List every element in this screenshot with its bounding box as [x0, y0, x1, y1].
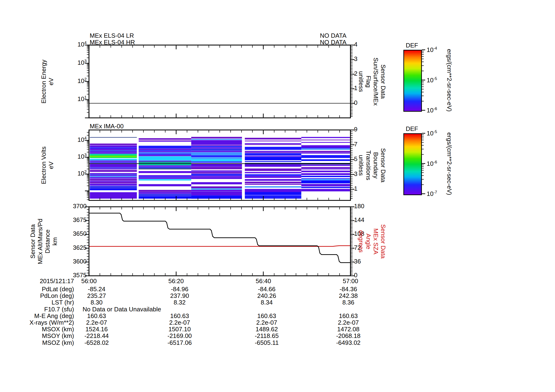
- spectrogram-stripe-col2: [139, 156, 191, 160]
- ima-left-axis-title-line: eV: [47, 147, 55, 184]
- spectrogram-stripe-col3: [191, 191, 242, 195]
- spectrogram-stripe-col1: [90, 189, 137, 190]
- colorbar-tick-label: 10-7: [427, 191, 453, 197]
- spectrogram-stripe-col1: [90, 151, 137, 152]
- spectrogram-stripe-col5: [301, 155, 350, 158]
- table-cell: 8.32: [158, 299, 201, 306]
- spectrogram-stripe-col4: [245, 172, 301, 173]
- spectrogram-stripe-col3: [191, 146, 242, 147]
- spectrogram-stripe-col1: [90, 186, 137, 189]
- eph-yright-tick-label: 144: [354, 217, 390, 223]
- table-cell: 242.38: [327, 293, 370, 299]
- spectrogram-stripe-col1: [90, 145, 137, 147]
- els-panel-plot: [83, 39, 357, 124]
- ephemeris-plot: [83, 201, 357, 282]
- colorbar-tick-label-base: 10: [427, 190, 433, 197]
- colorbar-gradient: [403, 133, 422, 195]
- table-cell: 1507.10: [158, 326, 201, 333]
- spectrogram-stripe-col1: [90, 169, 137, 170]
- spectrogram-stripe-col2: [139, 196, 191, 199]
- els-yleft-tick-label-base: 10: [78, 77, 84, 85]
- els-right-axis-title-line: unitless: [357, 58, 365, 106]
- spectrogram-stripe-col1: [90, 174, 137, 176]
- colorbar-tick-label-base: 10: [427, 130, 433, 137]
- ima-yleft-tick-label: 104: [20, 137, 87, 143]
- spectrogram-stripe-col5: [301, 167, 350, 168]
- spectrogram-stripe-col2: [139, 176, 191, 177]
- els-right-axis-title-line: Sensor Data: [380, 58, 387, 106]
- spectrogram-stripe-col1: [90, 167, 137, 168]
- spectrogram-stripe-col5: [301, 179, 350, 180]
- ima-right-axis-title-line: Transitions: [365, 148, 372, 183]
- eph-yright-tick-label: 108: [354, 230, 390, 237]
- altitude-line: [89, 213, 351, 263]
- colorbar-title: DEF: [396, 42, 428, 49]
- eph-yleft-tick-label: 3650: [20, 230, 87, 237]
- eph-left-axis-title-line: Sensor Data: [29, 219, 37, 264]
- eph-yleft-tick-label: 3600: [20, 258, 87, 265]
- table-row-label: PdLat (deg): [19, 286, 74, 292]
- spectrogram-stripe-col3: [191, 149, 242, 150]
- colorbar-tick-label: 10-4: [427, 47, 453, 53]
- spectrogram-stripe-col5: [301, 176, 350, 177]
- ima-yleft-tick-label-base: 10: [78, 170, 84, 177]
- spectrogram-stripe-col1: [90, 137, 137, 137]
- spectrogram-stripe-col4: [245, 192, 301, 195]
- table-row-label: MSOY (km): [19, 333, 74, 339]
- spectrogram-stripe-col2: [139, 175, 191, 176]
- els-yright-tick-label: 2: [354, 71, 390, 77]
- spectrogram-stripe-col1: [90, 149, 137, 150]
- spectrogram-stripe-col1: [90, 161, 137, 162]
- spectrogram-stripe-col1: [90, 159, 137, 160]
- spectrogram-stripe-col1: [90, 182, 137, 184]
- spectrogram-stripe-col3: [191, 189, 242, 189]
- table-cell: 1489.62: [245, 326, 288, 333]
- els-yleft-tick-label: 104: [20, 41, 87, 48]
- ima-yleft-tick-label-base: 10: [78, 136, 84, 143]
- ima-yright-tick-label: 3: [354, 171, 390, 177]
- spectrogram-stripe-col1: [90, 170, 137, 172]
- spectrogram-stripe-col5: [301, 187, 350, 188]
- spectrogram-stripe-col2: [139, 161, 191, 162]
- spectrogram-stripe-col3: [191, 190, 242, 191]
- spectrogram-stripe-col4: [245, 138, 301, 139]
- table-cell: 160.63: [158, 313, 201, 319]
- spectrogram-stripe-col2: [139, 140, 191, 141]
- spectrogram-stripe-col2: [139, 179, 191, 180]
- table-cell: 1472.08: [327, 326, 370, 333]
- table-cell: -2218.44: [75, 333, 118, 339]
- eph-right-axis-title-line: degrees: [357, 224, 365, 259]
- table-cell: -2169.00: [158, 333, 201, 339]
- spectrogram-stripe-col3: [191, 152, 242, 155]
- spectrogram-stripe-col4: [245, 144, 301, 145]
- colorbar-tick-label-base: 10: [427, 46, 433, 53]
- els-yleft-tick-label-exp: 3: [84, 59, 87, 63]
- spectrogram-stripe-col3: [191, 164, 242, 167]
- spectrogram-stripe-col4: [245, 184, 301, 185]
- spectrogram-stripe-col1: [90, 176, 137, 177]
- colorbar-title: DEF: [396, 126, 428, 132]
- spectrogram-stripe-col3: [191, 157, 242, 159]
- spectrogram-stripe-col5: [301, 149, 350, 150]
- spectrogram-stripe-col3: [191, 151, 242, 152]
- spectrogram-stripe-col5: [301, 164, 350, 166]
- ima-yleft-tick-label-exp: 2: [84, 170, 87, 174]
- table-cell: 8.30: [75, 299, 118, 306]
- ima-right-axis-title-line: Boundary: [372, 148, 380, 183]
- eph-left-axis-title-line: km: [51, 219, 58, 264]
- spectrogram-stripe-col4: [245, 189, 301, 192]
- colorbar-gradient: [403, 50, 422, 112]
- time-axis-tick-label: 56:40: [244, 278, 282, 284]
- ima-yleft-tick-label: 103: [20, 153, 87, 160]
- spectrogram-stripe-col4: [245, 174, 301, 176]
- spectrogram-stripe-col4: [245, 141, 301, 141]
- spectrogram-stripe-col4: [245, 147, 301, 150]
- els-lr-status: NO DATA: [280, 33, 346, 39]
- spectrogram-stripe-col2: [139, 162, 191, 162]
- spectrogram-stripe-col3: [191, 162, 242, 163]
- table-row-label: F10.7 (sfu): [19, 306, 74, 313]
- ima-right-axis-title-line: unitless: [357, 148, 365, 183]
- spectrogram-stripe-col2: [139, 194, 191, 196]
- spectrogram-stripe-col3: [191, 159, 242, 161]
- time-axis-tick-label: 56:20: [157, 278, 195, 284]
